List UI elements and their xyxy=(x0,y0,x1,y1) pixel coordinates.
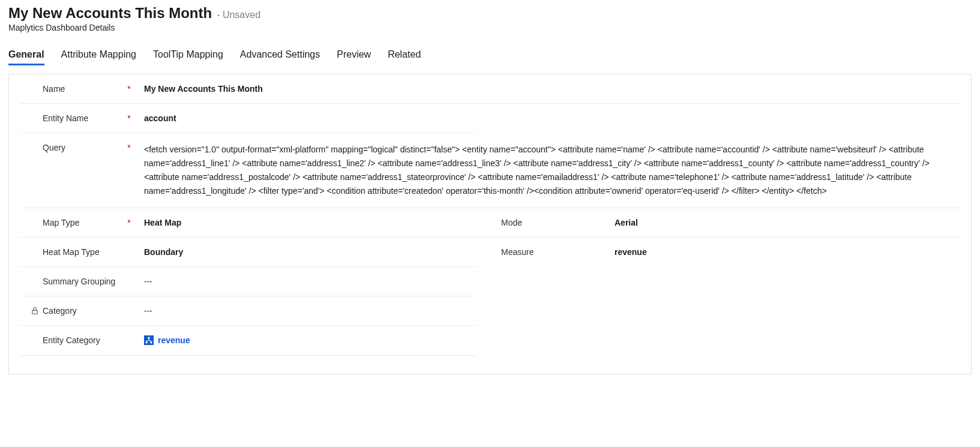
map-type-label: Map Type xyxy=(43,218,125,227)
entity-name-label: Entity Name xyxy=(43,113,125,123)
heat-map-type-label: Heat Map Type xyxy=(43,247,125,257)
lock-icon xyxy=(31,307,39,315)
name-label: Name xyxy=(43,84,125,94)
map-type-value[interactable]: Heat Map xyxy=(133,218,476,227)
page-title: My New Accounts This Month xyxy=(8,5,212,22)
entity-name-value[interactable]: account xyxy=(133,113,476,123)
required-indicator: * xyxy=(125,218,133,227)
tab-advanced-settings[interactable]: Advanced Settings xyxy=(240,49,320,65)
mode-label: Mode xyxy=(501,218,595,227)
svg-rect-3 xyxy=(150,342,152,344)
tab-preview[interactable]: Preview xyxy=(337,49,371,65)
entity-category-tag[interactable]: revenue xyxy=(144,335,190,345)
field-row-entity-name: Entity Name * account xyxy=(20,104,476,133)
svg-rect-1 xyxy=(148,337,150,339)
field-row-name: Name * My New Accounts This Month xyxy=(20,74,960,104)
required-indicator: * xyxy=(125,143,133,152)
tab-attribute-mapping[interactable]: Attribute Mapping xyxy=(61,49,136,65)
category-value: --- xyxy=(133,306,476,316)
measure-value[interactable]: revenue xyxy=(604,247,960,257)
mode-value[interactable]: Aerial xyxy=(604,218,960,227)
field-row-mode: Mode Aerial xyxy=(476,208,960,238)
tab-bar: General Attribute Mapping ToolTip Mappin… xyxy=(8,49,972,65)
entity-category-value: revenue xyxy=(158,335,190,345)
field-row-entity-category: Entity Category revenue xyxy=(20,326,476,356)
query-label: Query xyxy=(43,143,125,152)
entity-category-label: Entity Category xyxy=(43,335,125,345)
category-label: Category xyxy=(43,306,125,316)
field-row-map-type: Map Type * Heat Map xyxy=(20,208,476,238)
query-value[interactable]: <fetch version="1.0" output-format="xml-… xyxy=(133,143,960,198)
tab-related[interactable]: Related xyxy=(388,49,421,65)
name-value[interactable]: My New Accounts This Month xyxy=(133,84,960,94)
summary-grouping-label: Summary Grouping xyxy=(43,277,125,286)
tab-general[interactable]: General xyxy=(8,49,44,65)
field-row-category: Category --- xyxy=(20,296,476,326)
field-row-measure: Measure revenue xyxy=(476,238,960,267)
measure-label: Measure xyxy=(501,247,595,257)
tab-tooltip-mapping[interactable]: ToolTip Mapping xyxy=(153,49,223,65)
field-row-query: Query * <fetch version="1.0" output-form… xyxy=(20,133,960,208)
field-row-summary-grouping: Summary Grouping --- xyxy=(20,267,476,296)
required-indicator: * xyxy=(125,113,133,123)
unsaved-indicator: - Unsaved xyxy=(217,10,260,20)
heat-map-type-value[interactable]: Boundary xyxy=(133,247,476,257)
required-indicator: * xyxy=(125,84,133,94)
hierarchy-icon xyxy=(144,335,154,345)
summary-grouping-value[interactable]: --- xyxy=(133,277,476,286)
svg-rect-0 xyxy=(32,311,37,314)
page-subtitle: Maplytics Dashboard Details xyxy=(8,23,972,32)
field-row-heat-map-type: Heat Map Type Boundary xyxy=(20,238,476,267)
general-panel: Name * My New Accounts This Month Entity… xyxy=(8,74,972,374)
svg-rect-2 xyxy=(146,342,148,344)
